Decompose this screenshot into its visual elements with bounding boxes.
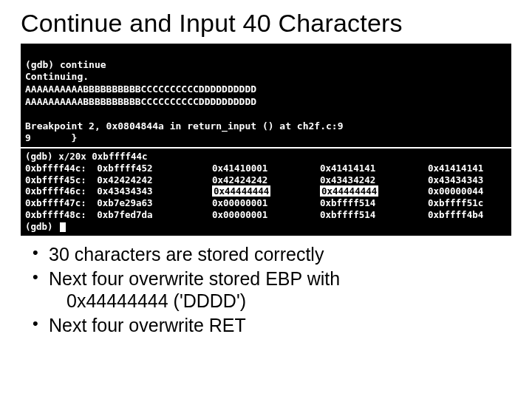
mem-addr: 0xbffff44c: — [25, 163, 97, 174]
memory-row: 0xbffff47c:0xb7e29a630x000000010xbffff51… — [25, 197, 507, 209]
mem-value: 0xbffff4b4 — [428, 209, 507, 221]
mem-value: 0xbffff452 — [97, 163, 212, 174]
mem-value: 0x43434343 — [428, 174, 507, 186]
mem-value: 0xb7e29a63 — [97, 197, 212, 209]
highlighted-value: 0x44444444 — [212, 185, 270, 197]
terminal-gdb-continue: (gdb) continue Continuing. AAAAAAAAAABBB… — [21, 44, 511, 147]
mem-value: 0x43434242 — [320, 174, 428, 186]
memory-row: 0xbffff45c:0x424242420x424242420x4343424… — [25, 174, 507, 186]
mem-value: 0x41414141 — [428, 163, 507, 174]
mem-value: 0x41414141 — [320, 163, 428, 174]
mem-value: 0x41410001 — [212, 163, 320, 174]
cursor-icon — [60, 222, 66, 232]
mem-value: 0x00000001 — [212, 209, 320, 221]
mem-value: 0x42424242 — [212, 174, 320, 186]
bullet-item: 30 characters are stored correctly — [31, 243, 511, 266]
mem-value: 0x42424242 — [97, 174, 212, 186]
memory-dump-rows: 0xbffff44c:0xbffff4520x414100010x4141414… — [25, 163, 507, 221]
gdb-command: (gdb) x/20x 0xbffff44c — [25, 151, 507, 163]
mem-value: 0xb7fed7da — [97, 209, 212, 221]
mem-addr: 0xbffff46c: — [25, 185, 97, 197]
mem-addr: 0xbffff48c: — [25, 209, 97, 221]
term1-line: 9 } — [25, 132, 77, 143]
bullet-text-cont: 0x44444444 ('DDDD') — [49, 290, 511, 313]
bullet-text: Next four overwrite stored EBP with — [49, 268, 340, 289]
memory-row: 0xbffff44c:0xbffff4520x414100010x4141414… — [25, 163, 507, 174]
mem-value: 0x43434343 — [97, 185, 212, 197]
bullet-item: Next four overwrite stored EBP with 0x44… — [31, 267, 511, 313]
mem-value: 0x00000001 — [212, 197, 320, 209]
mem-value: 0xbffff514 — [320, 197, 428, 209]
bullet-item: Next four overwrite RET — [31, 314, 511, 337]
mem-value: 0x00000044 — [428, 185, 507, 197]
mem-value: 0x44444444 — [212, 185, 320, 197]
highlighted-value: 0x44444444 — [320, 185, 378, 197]
gdb-prompt: (gdb) — [25, 221, 507, 233]
terminal-gdb-memory: (gdb) x/20x 0xbffff44c 0xbffff44c:0xbfff… — [21, 149, 511, 236]
term1-line: AAAAAAAAAABBBBBBBBBBCCCCCCCCCCDDDDDDDDDD — [25, 83, 256, 95]
mem-value: 0xbffff514 — [320, 209, 428, 221]
mem-value: 0xbffff51c — [428, 197, 507, 209]
memory-row: 0xbffff48c:0xb7fed7da0x000000010xbffff51… — [25, 209, 507, 221]
slide-title: Continue and Input 40 Characters — [21, 9, 511, 38]
mem-value: 0x44444444 — [320, 185, 428, 197]
term1-line: Breakpoint 2, 0x0804844a in return_input… — [25, 120, 343, 132]
mem-addr: 0xbffff47c: — [25, 197, 97, 209]
term1-line: AAAAAAAAAABBBBBBBBBBCCCCCCCCCCDDDDDDDDDD — [25, 96, 256, 107]
memory-row: 0xbffff46c:0x434343430x444444440x4444444… — [25, 185, 507, 197]
term1-line: Continuing. — [25, 71, 89, 82]
mem-addr: 0xbffff45c: — [25, 174, 97, 186]
bullet-list: 30 characters are stored correctly Next … — [21, 243, 511, 336]
term1-line: (gdb) continue — [25, 59, 106, 70]
